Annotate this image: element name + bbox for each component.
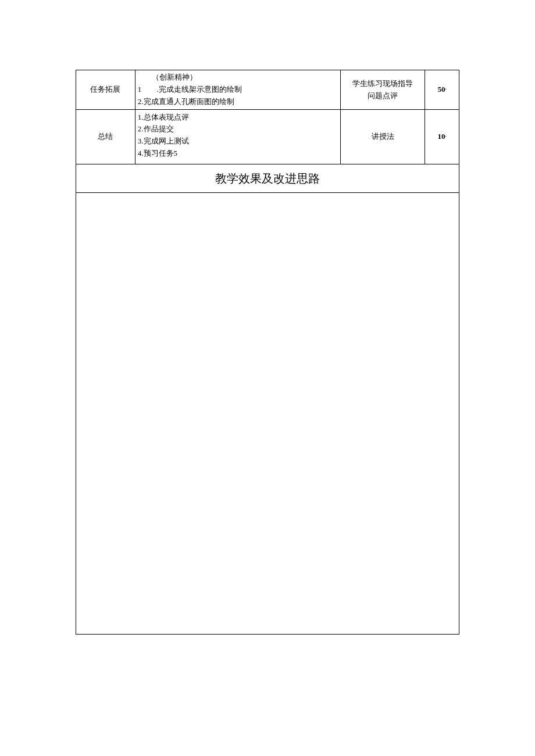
content-text: 1 .完成走线架示意图的绘制	[138, 84, 338, 96]
content-text: （创新精神）	[138, 71, 338, 84]
blank-content-row	[76, 193, 459, 635]
task-expand-content: （创新精神） 1 .完成走线架示意图的绘制 2.完成直通人孔断面图的绘制	[135, 70, 341, 110]
content-text: 3.完成网上测试	[138, 135, 338, 148]
summary-num: 10.	[425, 110, 459, 164]
task-expand-num: 50.	[425, 70, 459, 110]
summary-label: 总结	[76, 110, 135, 164]
content-text: 2.作品提交	[138, 123, 338, 135]
task-expand-row: 任务拓展 （创新精神） 1 .完成走线架示意图的绘制 2.完成直通人孔断面图的绘…	[76, 70, 459, 110]
summary-content: 1.总体表现点评 2.作品提交 3.完成网上测试 4.预习任务5	[135, 110, 341, 164]
content-text: 2.完成直通人孔断面图的绘制	[138, 96, 338, 108]
method-text: 学生练习现场指导	[343, 78, 422, 90]
method-text: 问题点评	[343, 90, 422, 102]
task-expand-label: 任务拓展	[76, 70, 135, 110]
content-text: 1.总体表现点评	[138, 112, 338, 124]
summary-row: 总结 1.总体表现点评 2.作品提交 3.完成网上测试 4.预习任务5 讲授法 …	[76, 110, 459, 164]
blank-content-cell	[76, 193, 459, 635]
task-expand-method: 学生练习现场指导 问题点评	[341, 70, 425, 110]
section-title: 教学效果及改进思路	[76, 164, 459, 193]
summary-method: 讲授法	[341, 110, 425, 164]
content-text: 4.预习任务5	[138, 148, 338, 160]
section-title-row: 教学效果及改进思路	[76, 164, 459, 193]
lesson-plan-table: 任务拓展 （创新精神） 1 .完成走线架示意图的绘制 2.完成直通人孔断面图的绘…	[76, 70, 459, 635]
